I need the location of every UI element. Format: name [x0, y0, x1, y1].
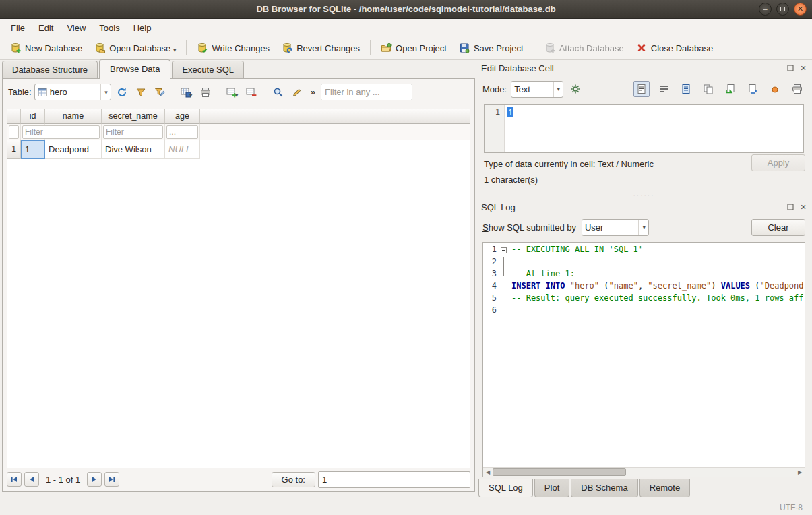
- clear-filters-button[interactable]: [133, 84, 149, 100]
- sql-log-filter-combo[interactable]: User ▾: [582, 219, 649, 236]
- apply-button[interactable]: Apply: [751, 154, 805, 171]
- dock-splitter-handle[interactable]: ······: [476, 191, 812, 199]
- delete-record-button[interactable]: [243, 84, 259, 100]
- new-record-button[interactable]: ▾: [224, 84, 241, 100]
- line-number: 3: [483, 269, 499, 281]
- fold-marker-icon[interactable]: [499, 245, 509, 257]
- prev-page-button[interactable]: [24, 472, 39, 487]
- new-database-icon: [10, 42, 21, 53]
- mode-combo[interactable]: Text ▾: [511, 81, 563, 98]
- chevron-down-icon: ▾: [100, 84, 108, 100]
- filter-options-button[interactable]: [152, 84, 168, 100]
- toolbar-overflow-button[interactable]: »: [308, 86, 318, 98]
- wrap-lines-icon: [658, 84, 669, 94]
- column-header-age[interactable]: age: [165, 109, 200, 124]
- set-null-button[interactable]: [767, 81, 783, 97]
- new-database-button[interactable]: New Database: [4, 39, 88, 57]
- sql-log-text: --: [509, 257, 805, 269]
- dock-close-button[interactable]: ✕: [799, 63, 808, 73]
- filter-input-age[interactable]: [166, 125, 198, 139]
- minimize-button[interactable]: –: [759, 3, 772, 16]
- copy-cell-button[interactable]: [700, 81, 716, 97]
- horizontal-scrollbar[interactable]: ◀ ▶: [483, 467, 805, 477]
- text-mode-button[interactable]: [633, 81, 650, 97]
- scrollbar-track[interactable]: [493, 468, 795, 477]
- goto-input[interactable]: [318, 471, 470, 488]
- menu-file[interactable]: File: [4, 20, 32, 36]
- filter-any-input[interactable]: [321, 84, 412, 100]
- refresh-button[interactable]: [114, 84, 130, 100]
- cell-secret-name[interactable]: Dive Wilson: [102, 140, 165, 159]
- save-project-button[interactable]: Save Project: [453, 39, 530, 57]
- dock-float-button[interactable]: [786, 63, 795, 73]
- sql-log-view[interactable]: 1-- EXECUTING ALL IN 'SQL 1'2--3-- At li…: [482, 242, 805, 477]
- line-number: 2: [483, 257, 499, 269]
- float-icon: [787, 65, 794, 71]
- fold-marker-icon: [499, 269, 509, 281]
- column-header-name[interactable]: name: [45, 109, 102, 124]
- next-page-button[interactable]: [87, 472, 102, 487]
- dock-close-button[interactable]: ✕: [799, 202, 808, 212]
- open-database-button[interactable]: Open Database ▾: [88, 39, 182, 57]
- close-button[interactable]: ✕: [794, 3, 807, 16]
- open-project-button[interactable]: Open Project: [375, 39, 453, 57]
- dock-float-button[interactable]: [786, 202, 795, 212]
- right-panel: Edit Database Cell ✕ Mode: Text ▾ 1 1 Ty…: [476, 60, 812, 500]
- cell-name[interactable]: Deadpond: [45, 140, 102, 159]
- scrollbar-thumb[interactable]: [493, 468, 626, 476]
- cell-editor[interactable]: 1 1: [484, 104, 804, 153]
- chevron-down-icon: ▾: [553, 82, 561, 97]
- export-cell-button[interactable]: [745, 81, 761, 97]
- revert-changes-button[interactable]: Revert Changes: [276, 39, 366, 57]
- grid-filter-row: [7, 124, 470, 140]
- sql-log-line: 6: [483, 305, 805, 317]
- column-header-secret-name[interactable]: secret_name: [102, 109, 165, 124]
- first-page-button[interactable]: [7, 472, 22, 487]
- clear-log-button[interactable]: Clear: [751, 219, 805, 236]
- filter-input-name[interactable]: [22, 125, 100, 139]
- import-cell-button[interactable]: [722, 81, 739, 97]
- cell-id[interactable]: 1: [21, 140, 45, 159]
- attach-database-icon: [544, 42, 555, 53]
- write-changes-button[interactable]: Write Changes: [191, 39, 276, 57]
- menu-tools[interactable]: Tools: [92, 20, 126, 36]
- menu-help[interactable]: Help: [127, 20, 158, 36]
- print-cell-button[interactable]: [789, 81, 805, 97]
- row-header[interactable]: 1: [7, 140, 21, 159]
- scroll-left-icon[interactable]: ◀: [483, 468, 493, 477]
- column-header-id[interactable]: id: [21, 109, 45, 124]
- tab-sql-log[interactable]: SQL Log: [478, 479, 533, 497]
- print-button[interactable]: [197, 84, 214, 100]
- last-page-button[interactable]: [104, 472, 119, 487]
- cell-char-count: 1 character(s): [484, 175, 804, 185]
- open-in-editor-button[interactable]: [678, 81, 694, 97]
- open-database-dropdown-icon[interactable]: ▾: [173, 47, 176, 53]
- goto-button[interactable]: Go to:: [272, 472, 315, 487]
- word-wrap-button[interactable]: [656, 81, 672, 97]
- mode-combo-value: Text: [514, 84, 549, 94]
- table-combo[interactable]: hero ▾: [34, 84, 111, 100]
- tab-database-structure[interactable]: Database Structure: [2, 61, 98, 79]
- tab-plot[interactable]: Plot: [534, 479, 569, 497]
- tab-db-schema[interactable]: DB Schema: [571, 479, 637, 497]
- edit-cell-toolbar: Mode: Text ▾: [476, 76, 812, 102]
- fold-marker-icon: [499, 257, 509, 269]
- filter-input-secret-name[interactable]: [103, 125, 163, 139]
- magnifier-icon: [273, 87, 284, 98]
- find-button[interactable]: [270, 84, 286, 100]
- cell-age[interactable]: NULL: [165, 140, 200, 159]
- close-database-button[interactable]: Close Database: [630, 39, 720, 57]
- menu-edit[interactable]: Edit: [32, 20, 60, 36]
- selected-text: 1: [507, 107, 513, 117]
- save-results-button[interactable]: ▾: [179, 84, 195, 100]
- cell-settings-button[interactable]: [567, 81, 584, 97]
- tab-execute-sql[interactable]: Execute SQL: [172, 61, 244, 79]
- maximize-button[interactable]: [776, 3, 789, 16]
- edit-button[interactable]: [289, 84, 305, 100]
- editor-content[interactable]: 1: [505, 105, 516, 152]
- scroll-right-icon[interactable]: ▶: [795, 468, 805, 477]
- menu-view[interactable]: View: [60, 20, 92, 36]
- tab-remote[interactable]: Remote: [639, 479, 691, 497]
- filter-input-id[interactable]: [9, 125, 19, 139]
- tab-browse-data[interactable]: Browse Data: [99, 59, 170, 79]
